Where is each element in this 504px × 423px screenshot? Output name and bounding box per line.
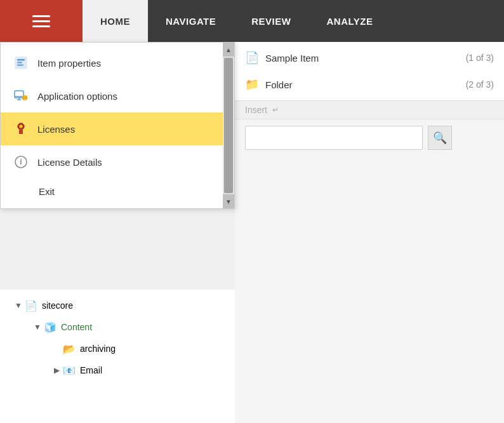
sample-item-label: Sample Item [265, 53, 319, 64]
archiving-folder-icon: 📂 [62, 342, 76, 356]
insert-icon: ↵ [272, 105, 279, 114]
folder-item-count: (2 of 3) [466, 79, 494, 90]
dropdown-item-exit[interactable]: Exit [1, 178, 223, 205]
sample-item-count: (1 of 3) [466, 53, 494, 63]
list-item-folder[interactable]: 📁 Folder (2 of 3) [235, 71, 504, 98]
tab-analyze[interactable]: ANALYZE [308, 0, 390, 42]
list-item-sample[interactable]: 📄 Sample Item (1 of 3) [235, 44, 504, 71]
content-arrow: ▼ [32, 323, 43, 332]
licenses-label: Licenses [37, 124, 75, 135]
sample-item-name: 📄 Sample Item [245, 51, 319, 65]
item-properties-label: Item properties [37, 58, 101, 69]
search-button[interactable]: 🔍 [428, 126, 452, 150]
scroll-down-arrow[interactable]: ▼ [223, 194, 234, 208]
main-content: Item properties Application options [0, 42, 504, 423]
license-details-label: License Details [37, 157, 102, 168]
search-icon: 🔍 [433, 131, 447, 145]
tab-navigate[interactable]: NAVIGATE [148, 0, 234, 42]
svg-point-12 [20, 125, 23, 128]
tree-node-content[interactable]: ▼ 🧊 Content [0, 316, 235, 338]
dropdown-item-app-options[interactable]: Application options [1, 79, 223, 112]
content-cubes-icon: 🧊 [43, 320, 57, 334]
tab-review[interactable]: REVIEW [234, 0, 308, 42]
svg-rect-13 [19, 130, 23, 134]
insert-label: Insert [245, 105, 267, 115]
right-panel: 📄 Sample Item (1 of 3) 📁 Folder (2 of 3)… [235, 42, 504, 423]
tree-node-email[interactable]: ▶ 📧 Email [0, 359, 235, 381]
folder-item-icon: 📁 [245, 77, 259, 91]
license-details-icon: i [12, 153, 30, 171]
tab-home[interactable]: HOME [83, 0, 148, 42]
hamburger-line-1 [32, 15, 50, 17]
sample-item-doc-icon: 📄 [245, 51, 259, 65]
folder-item-name: 📁 Folder [245, 77, 293, 91]
hamburger-line-3 [32, 25, 50, 27]
dropdown-item-properties[interactable]: Item properties [1, 46, 223, 79]
email-label: Email [80, 365, 102, 375]
app-options-label: Application options [37, 91, 117, 102]
hamburger-line-2 [32, 20, 50, 22]
sitecore-doc-icon: 📄 [24, 299, 38, 312]
top-navigation: HOME NAVIGATE REVIEW ANALYZE [0, 0, 504, 42]
svg-text:i: i [20, 158, 22, 166]
sitecore-arrow: ▼ [13, 301, 24, 310]
scroll-thumb[interactable] [224, 58, 233, 193]
dropdown-items-list: Item properties Application options [1, 43, 223, 208]
insert-bar: Insert ↵ [235, 101, 504, 119]
search-area: 🔍 [235, 119, 504, 156]
item-properties-icon [12, 54, 30, 72]
content-label: Content [61, 322, 92, 332]
dropdown-scrollbar[interactable]: ▲ ▼ [223, 43, 234, 208]
hamburger-button[interactable] [0, 0, 83, 42]
exit-label: Exit [39, 186, 55, 197]
dropdown-menu: Item properties Application options [0, 42, 235, 209]
scroll-up-arrow[interactable]: ▲ [223, 43, 234, 57]
svg-rect-2 [17, 62, 22, 64]
hamburger-icon [32, 15, 50, 27]
dropdown-item-licenses[interactable]: Licenses [1, 112, 223, 145]
search-input[interactable] [245, 126, 423, 150]
sitecore-label: sitecore [42, 300, 73, 311]
tree-area: ▼ 📄 sitecore ▼ 🧊 Content 📂 archiving ▶ 📧… [0, 290, 235, 423]
svg-rect-1 [17, 59, 25, 61]
email-icon: 📧 [62, 363, 76, 377]
tree-node-archiving[interactable]: 📂 archiving [0, 338, 235, 359]
licenses-icon [12, 120, 30, 138]
archiving-label: archiving [80, 344, 116, 354]
folder-item-label: Folder [265, 79, 293, 90]
dropdown-item-license-details[interactable]: i License Details [1, 145, 223, 178]
app-options-icon [12, 87, 30, 105]
items-list: 📄 Sample Item (1 of 3) 📁 Folder (2 of 3) [235, 42, 504, 101]
svg-rect-3 [17, 65, 23, 66]
archiving-arrow [51, 344, 62, 353]
email-arrow: ▶ [51, 366, 62, 375]
tree-node-sitecore[interactable]: ▼ 📄 sitecore [0, 295, 235, 316]
